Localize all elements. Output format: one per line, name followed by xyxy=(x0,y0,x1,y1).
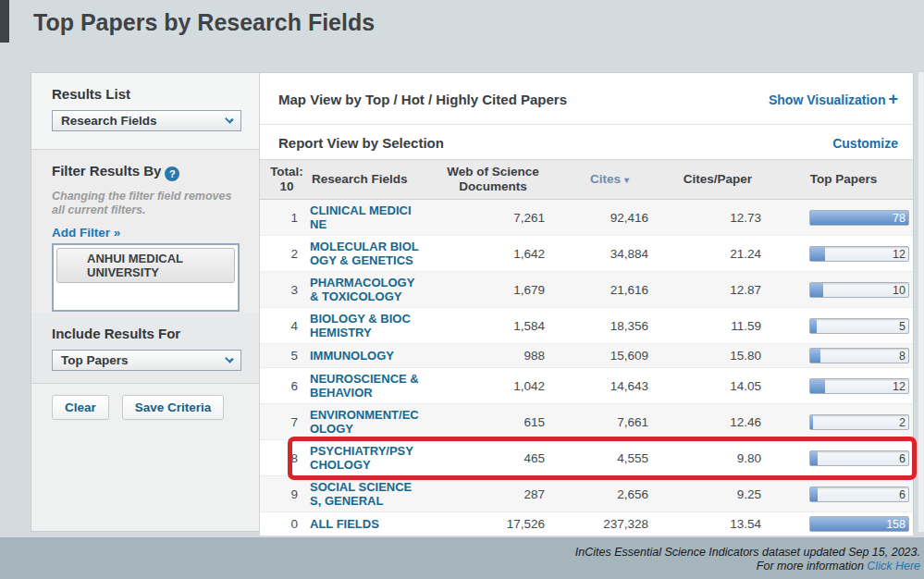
include-results-dropdown[interactable]: Top Papers xyxy=(52,350,241,371)
field-link[interactable]: SOCIAL SCIENCES, GENERAL xyxy=(310,480,419,508)
field-link[interactable]: PSYCHIATRY/PSYCHOLOGY xyxy=(310,444,419,472)
sort-down-icon: ▾ xyxy=(624,175,629,185)
field-cell: ENVIRONMENT/ECOLOGY xyxy=(310,404,428,440)
top-papers-value: 10 xyxy=(893,283,906,298)
results-list-dropdown[interactable]: Research Fields xyxy=(52,110,241,131)
filter-section: Filter Results By? Changing the filter f… xyxy=(31,149,259,313)
cites-per-paper-cell: 21.24 xyxy=(661,236,774,272)
wos-documents-cell: 1,584 xyxy=(428,308,558,344)
report-view-title: Report View by Selection xyxy=(278,135,444,151)
show-visualization-link[interactable]: Show Visualization+ xyxy=(769,90,898,109)
top-papers-bar: 12 xyxy=(809,378,909,394)
top-papers-value: 8 xyxy=(899,349,906,363)
wos-documents-cell: 17,526 xyxy=(428,512,558,536)
field-link[interactable]: PHARMACOLOGY & TOXICOLOGY xyxy=(310,276,419,303)
field-link[interactable]: IMMUNOLOGY xyxy=(310,349,419,363)
top-papers-bar-fill xyxy=(810,487,818,501)
top-papers-cell: 12 xyxy=(774,236,913,272)
field-cell: NEUROSCIENCE & BEHAVIOR xyxy=(310,368,428,404)
window-corner-strip xyxy=(0,0,9,43)
top-papers-value: 158 xyxy=(886,517,906,532)
field-cell: MOLECULAR BIOLOGY & GENETICS xyxy=(310,236,428,272)
selected-filter-item[interactable]: ANHUI MEDICAL UNIVERSITY xyxy=(56,248,235,283)
field-cell: PHARMACOLOGY & TOXICOLOGY xyxy=(310,272,428,308)
top-papers-value: 2 xyxy=(899,415,906,430)
table-row: 4 BIOLOGY & BIOCHEMISTRY 1,584 18,356 11… xyxy=(260,308,913,344)
field-cell: IMMUNOLOGY xyxy=(310,344,428,368)
top-papers-bar: 8 xyxy=(809,348,909,363)
top-papers-cell: 158 xyxy=(774,512,913,536)
rank-cell: 8 xyxy=(260,440,310,476)
field-link[interactable]: ENVIRONMENT/ECOLOGY xyxy=(310,408,419,436)
field-cell: PSYCHIATRY/PSYCHOLOGY xyxy=(310,440,428,476)
table-row: 8 PSYCHIATRY/PSYCHOLOGY 465 4,555 9.80 6 xyxy=(260,440,913,476)
plus-icon: + xyxy=(888,90,898,108)
table-row: 2 MOLECULAR BIOLOGY & GENETICS 1,642 34,… xyxy=(260,236,913,272)
cites-per-paper-header: Cites/Paper xyxy=(661,160,774,200)
cites-cell: 2,656 xyxy=(558,476,661,512)
chevron-down-icon xyxy=(225,353,234,363)
top-papers-value: 5 xyxy=(899,319,906,334)
include-results-section: Include Results For Top Papers xyxy=(31,313,259,383)
top-papers-value: 6 xyxy=(899,451,906,466)
cites-cell: 15,609 xyxy=(558,344,661,368)
wos-documents-header: Web of ScienceDocuments xyxy=(428,160,558,200)
clear-button[interactable]: Clear xyxy=(52,395,109,420)
wos-documents-cell: 465 xyxy=(428,440,558,476)
add-filter-link[interactable]: Add Filter » xyxy=(52,226,120,240)
total-count: 10 xyxy=(264,179,310,194)
field-link[interactable]: BIOLOGY & BIOCHEMISTRY xyxy=(310,312,419,339)
top-papers-bar: 6 xyxy=(809,487,909,502)
map-view-title: Map View by Top / Hot / Highly Cited Pap… xyxy=(278,92,567,107)
cites-per-paper-cell: 9.25 xyxy=(661,476,774,512)
field-link[interactable]: MOLECULAR BIOLOGY & GENETICS xyxy=(310,240,419,267)
chevron-down-icon xyxy=(225,114,234,123)
wos-documents-cell: 988 xyxy=(428,344,558,368)
rank-cell: 6 xyxy=(260,368,310,404)
cites-cell: 21,616 xyxy=(558,272,661,308)
top-papers-cell: 5 xyxy=(774,308,913,344)
cites-per-paper-cell: 11.59 xyxy=(661,308,774,344)
cites-cell: 18,356 xyxy=(558,308,661,344)
cites-per-paper-cell: 12.73 xyxy=(661,200,774,236)
footer-info-line: For more information Click Here xyxy=(0,560,920,573)
rank-cell: 4 xyxy=(260,308,310,344)
field-link[interactable]: NEUROSCIENCE & BEHAVIOR xyxy=(310,372,419,400)
field-link[interactable]: CLINICAL MEDICINE xyxy=(310,203,419,231)
top-papers-cell: 2 xyxy=(774,404,913,440)
rank-cell: 1 xyxy=(260,200,310,236)
cites-sort-header[interactable]: Cites ▾ xyxy=(558,160,661,200)
table-body: 1 CLINICAL MEDICINE 7,261 92,416 12.73 7… xyxy=(260,200,913,536)
cites-per-paper-cell: 9.80 xyxy=(661,440,774,476)
rank-cell: 5 xyxy=(260,344,310,368)
question-mark-icon[interactable]: ? xyxy=(165,166,179,181)
field-link[interactable]: ALL FIELDS xyxy=(310,517,419,531)
cites-per-paper-cell: 15.80 xyxy=(661,344,774,368)
customize-link[interactable]: Customize xyxy=(832,136,898,151)
total-header: Total: 10 xyxy=(260,160,310,200)
top-papers-bar-fill xyxy=(810,379,825,393)
click-here-link[interactable]: Click Here xyxy=(867,560,920,573)
table-header-row: Total: 10 Research Fields Web of Science… xyxy=(260,160,913,200)
cites-cell: 14,643 xyxy=(558,368,661,404)
field-cell: SOCIAL SCIENCES, GENERAL xyxy=(310,476,428,512)
filter-listbox[interactable]: ANHUI MEDICAL UNIVERSITY xyxy=(52,243,240,312)
top-papers-bar-fill xyxy=(810,319,817,333)
top-papers-bar: 5 xyxy=(809,318,909,334)
wos-documents-cell: 7,261 xyxy=(428,200,558,236)
filter-note: Changing the filter field removes all cu… xyxy=(52,190,240,217)
cites-per-paper-cell: 12.87 xyxy=(661,272,774,308)
report-view-bar: Report View by Selection Customize xyxy=(260,124,913,159)
content-panel: Results List Research Fields Filter Resu… xyxy=(31,72,914,532)
top-papers-cell: 10 xyxy=(774,272,913,308)
cites-cell: 7,661 xyxy=(558,404,661,440)
include-results-label: Include Results For xyxy=(52,326,240,341)
page-title: Top Papers by Research Fields xyxy=(33,9,375,36)
map-view-bar: Map View by Top / Hot / Highly Cited Pap… xyxy=(260,73,913,124)
top-papers-bar: 10 xyxy=(809,282,909,298)
results-list-section: Results List Research Fields xyxy=(31,73,259,149)
scroll-gutter xyxy=(918,72,924,532)
top-papers-bar: 12 xyxy=(809,246,909,262)
save-criteria-button[interactable]: Save Criteria xyxy=(122,395,225,420)
top-papers-cell: 78 xyxy=(774,200,913,236)
